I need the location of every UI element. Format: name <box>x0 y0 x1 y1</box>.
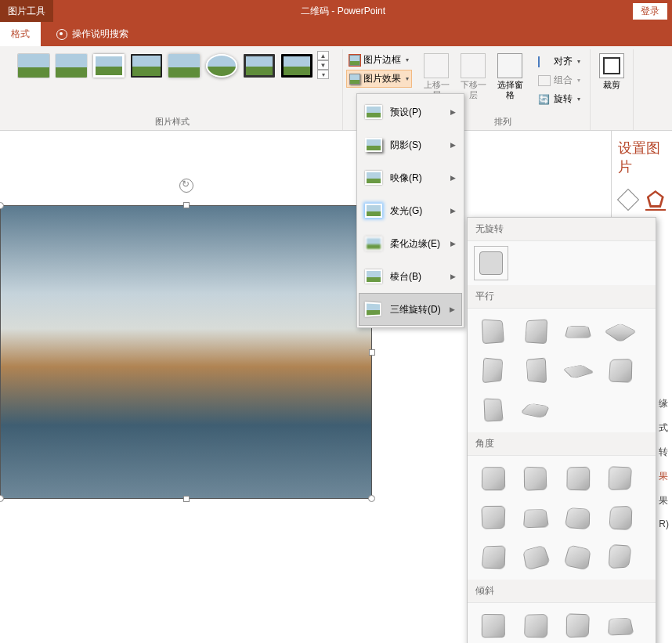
menu-3d-rotation[interactable]: 三维旋转(D)▶ <box>359 293 462 326</box>
rotation-preset-parallel-10[interactable] <box>516 392 555 428</box>
picture-effects-menu: 预设(P)▶ 阴影(S)▶ 映像(R)▶ 发光(G)▶ 柔化边缘(E)▶ 棱台(… <box>356 93 464 328</box>
rotation-preset-perspective-12[interactable] <box>601 539 640 575</box>
rotation-3d-submenu: 无旋转 平行 角度 倾斜 <box>467 217 656 643</box>
menu-preset[interactable]: 预设(P)▶ <box>359 96 462 128</box>
gallery-scroll-down[interactable]: ▼ <box>317 60 329 70</box>
menu-shadow[interactable]: 阴影(S)▶ <box>359 128 462 161</box>
rotation-preset-parallel-6[interactable] <box>516 352 555 388</box>
section-oblique: 倾斜 <box>468 580 656 603</box>
paint-bucket-icon <box>617 189 639 211</box>
picture-style-8[interactable] <box>278 51 315 80</box>
crop-button[interactable]: 裁剪 <box>594 51 630 92</box>
resize-handle-bl[interactable] <box>0 495 4 502</box>
pentagon-icon <box>647 190 664 208</box>
preset-icon <box>365 105 382 119</box>
rotation-preset-parallel-3[interactable] <box>558 313 598 349</box>
rotation-preset-parallel-4[interactable] <box>601 313 640 349</box>
rotate-handle[interactable] <box>179 179 193 193</box>
rotation-preset-oblique-3[interactable] <box>558 608 598 643</box>
rotation-preset-perspective-5[interactable] <box>474 500 513 536</box>
gallery-more[interactable]: ▾ <box>317 70 329 79</box>
resize-handle-b[interactable] <box>183 496 190 502</box>
picture-style-7[interactable] <box>240 51 277 80</box>
rotation-preset-perspective-1[interactable] <box>474 461 513 497</box>
picture-style-3[interactable] <box>90 51 127 80</box>
picture-style-6[interactable] <box>203 51 240 80</box>
picture-effects-label: 图片效果 <box>363 72 401 85</box>
fill-line-tab[interactable] <box>618 189 639 211</box>
submenu-arrow-icon: ▶ <box>450 305 455 313</box>
section-parallel: 平行 <box>468 285 656 309</box>
align-button[interactable]: 对齐▾ <box>535 52 583 70</box>
rotation-preset-perspective-4[interactable] <box>601 461 640 497</box>
soft-edges-icon <box>365 237 382 251</box>
rotation-preset-parallel-2[interactable] <box>516 313 555 349</box>
rotation-preset-parallel-7[interactable] <box>558 352 598 388</box>
rotation-preset-perspective-8[interactable] <box>601 500 640 536</box>
lightbulb-icon <box>56 29 67 40</box>
menu-glow[interactable]: 发光(G)▶ <box>359 194 462 227</box>
context-tab-title: 图片工具 <box>0 0 53 22</box>
menu-bevel[interactable]: 棱台(B)▶ <box>359 260 462 293</box>
rotation-preset-none[interactable] <box>474 246 508 280</box>
resize-handle-r[interactable] <box>369 349 375 356</box>
menu-reflection[interactable]: 映像(R)▶ <box>359 161 462 194</box>
picture-style-2[interactable] <box>52 51 89 80</box>
rotation-3d-icon <box>365 302 381 316</box>
picture-style-4[interactable] <box>128 51 164 80</box>
picture-effects-button[interactable]: 图片效果 ▾ <box>346 70 412 88</box>
selection-pane-button[interactable]: 选择窗格 <box>492 51 528 103</box>
resize-handle-t[interactable] <box>183 202 190 208</box>
rotation-preset-parallel-5[interactable] <box>474 352 513 388</box>
group-button[interactable]: 组合▾ <box>535 71 583 89</box>
group-label-arrange: 排列 <box>494 114 511 130</box>
format-pane-title: 设置图片 <box>612 131 672 181</box>
submenu-arrow-icon: ▶ <box>450 108 456 116</box>
rotation-preset-parallel-8[interactable] <box>601 352 640 388</box>
rotate-button[interactable]: 🔄 旋转▾ <box>535 90 583 108</box>
selection-pane-icon <box>497 53 522 78</box>
rotation-preset-perspective-3[interactable] <box>558 461 598 497</box>
rotate-label: 旋转 <box>554 92 573 106</box>
reflection-icon <box>365 171 382 185</box>
picture-style-5[interactable] <box>165 51 202 80</box>
gallery-scroll-up[interactable]: ▲ <box>317 51 329 60</box>
rotation-preset-perspective-7[interactable] <box>558 500 598 536</box>
rotation-preset-parallel-9[interactable] <box>474 392 513 428</box>
tell-me-label: 操作说明搜索 <box>72 27 128 41</box>
rotation-preset-oblique-2[interactable] <box>516 608 555 643</box>
glow-icon <box>365 204 382 218</box>
menu-shadow-label: 阴影(S) <box>390 139 421 152</box>
section-no-rotation: 无旋转 <box>468 218 656 241</box>
submenu-arrow-icon: ▶ <box>450 141 456 149</box>
rotation-preset-parallel-1[interactable] <box>474 313 513 349</box>
login-button[interactable]: 登录 <box>633 3 667 20</box>
rotation-preset-perspective-10[interactable] <box>516 539 555 575</box>
shadow-icon <box>365 138 382 152</box>
menu-soft-edges[interactable]: 柔化边缘(E)▶ <box>359 227 462 260</box>
resize-handle-br[interactable] <box>368 495 375 502</box>
tell-me-search[interactable]: 操作说明搜索 <box>56 27 128 41</box>
selected-picture[interactable] <box>0 205 372 499</box>
rotation-preset-oblique-4[interactable] <box>601 608 640 643</box>
rotation-preset-oblique-1[interactable] <box>474 608 513 643</box>
effects-tab[interactable] <box>645 189 667 211</box>
picture-style-1[interactable] <box>15 51 52 80</box>
send-backward-icon <box>461 53 486 78</box>
menu-bevel-label: 棱台(B) <box>390 270 421 284</box>
menu-3d-rotation-label: 三维旋转(D) <box>390 303 441 316</box>
chevron-down-icon: ▾ <box>406 75 409 82</box>
rotation-preset-perspective-11[interactable] <box>558 539 598 575</box>
chevron-down-icon: ▾ <box>406 56 409 63</box>
submenu-arrow-icon: ▶ <box>450 273 456 280</box>
rotation-preset-perspective-2[interactable] <box>516 461 555 497</box>
rotation-preset-perspective-9[interactable] <box>474 539 513 575</box>
rotation-preset-perspective-6[interactable] <box>516 500 555 536</box>
crop-label: 裁剪 <box>603 80 620 90</box>
bring-forward-icon <box>424 53 449 78</box>
picture-border-button[interactable]: 图片边框 ▾ <box>346 51 412 69</box>
resize-handle-tl[interactable] <box>0 202 4 209</box>
tab-format[interactable]: 格式 <box>0 22 41 46</box>
selection-pane-label: 选择窗格 <box>493 80 526 100</box>
picture-border-label: 图片边框 <box>363 53 401 67</box>
